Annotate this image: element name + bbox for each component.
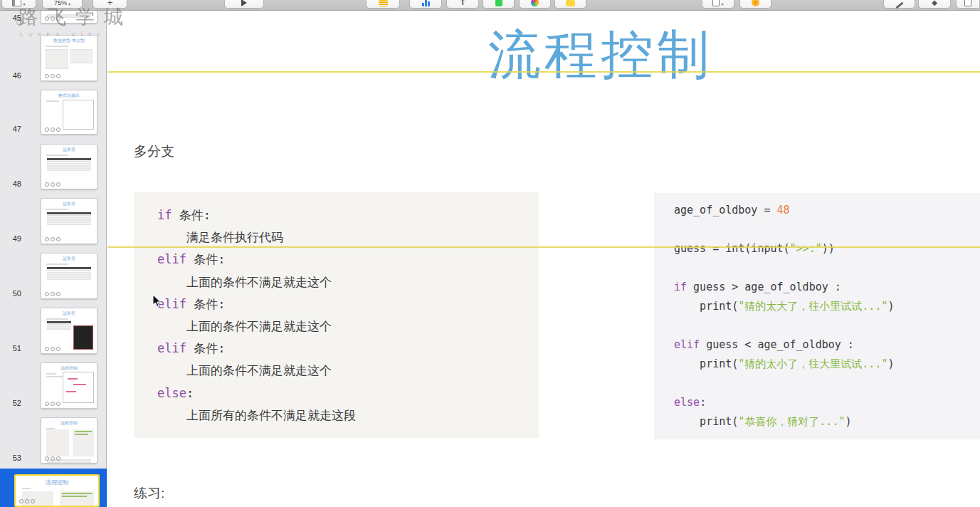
section-heading[interactable]: 多分支 [134, 142, 174, 161]
diamond-icon: ◆ [932, 0, 937, 6]
chart-icon [422, 0, 430, 6]
thumbnail-circles-icon [45, 402, 60, 406]
code-line: print("猜的太小了，往大里试试...") [674, 355, 980, 374]
code-line: else: [674, 393, 980, 412]
code-line: guess = int(input(">>:")) [674, 239, 980, 258]
alignment-guide-middle [107, 246, 980, 248]
code-line: 上面所有的条件不满足就走这段 [157, 404, 539, 427]
mouse-cursor [152, 295, 162, 312]
slide-number: 50 [3, 289, 21, 298]
slide-thumbnail[interactable]: 格式化输出 [41, 90, 98, 135]
zoom-level-label: 75% [54, 0, 67, 6]
table-icon [379, 0, 388, 6]
slide-thumbnail[interactable]: 流程控制 [14, 474, 100, 507]
code-line: else: [157, 382, 539, 404]
code-line [674, 374, 980, 393]
document-button[interactable] [956, 0, 980, 9]
cursor-arrow-icon [152, 295, 162, 309]
plus-icon: + [107, 0, 113, 6]
thumbnail-circles-icon [45, 347, 60, 351]
slide-thumbnail[interactable]: 数据类型-布尔型 [41, 35, 98, 81]
slide-navigator: 4546数据类型-布尔型47格式化输出48运算符49运算符50运算符51运算符5… [0, 10, 107, 507]
thumbnail-circles-icon [45, 16, 60, 21]
document-icon [964, 0, 971, 6]
thumbnail-circles-icon [19, 499, 35, 503]
code-line: 上面的条件不满足就走这个 [157, 315, 539, 338]
thumbnail-title: 流程控制 [16, 479, 98, 486]
chevron-down-icon: ▾ [721, 1, 723, 6]
slide-thumbnail[interactable]: 流程控制 [41, 417, 98, 464]
thumbnail-circles-icon [45, 292, 60, 296]
slide-number: 51 [3, 344, 21, 352]
shape-icon [495, 0, 502, 6]
code-line: if 条件: [157, 204, 539, 226]
chevron-down-icon: ▾ [23, 1, 25, 6]
thumbnail-title: 运算符 [41, 201, 97, 207]
exercise-label[interactable]: 练习: [134, 484, 164, 503]
slide-number: 49 [3, 234, 21, 243]
slide-number: 53 [3, 454, 21, 462]
play-icon [241, 0, 247, 6]
thumbnail-title: 运算符 [41, 256, 97, 262]
zoom-level-button[interactable]: 75%▾ [42, 0, 83, 9]
media-icon [531, 0, 539, 6]
thumbnail-title: 格式化输出 [41, 93, 97, 99]
slide-title[interactable]: 流程控制 [488, 20, 713, 91]
slide-number: 45 [3, 14, 21, 22]
slide-number: 52 [3, 399, 21, 407]
toolbar: ▾ 75%▾ + T ▾ ◆ [0, 0, 980, 11]
thumbnail-title: 运算符 [41, 147, 97, 153]
thumbnail-circles-icon [45, 182, 60, 187]
code-line: elif 条件: [157, 249, 539, 271]
insert-chart-button[interactable] [409, 0, 442, 9]
keynote-window: ▾ 75%▾ + T ▾ ◆ 4546数据类型-布尔型47格式化输出48运算符4… [0, 0, 980, 507]
slide-thumbnail[interactable] [41, 10, 98, 23]
insert-text-button[interactable]: T [446, 0, 479, 9]
code-line [674, 316, 980, 335]
insert-shape-button[interactable] [483, 0, 515, 9]
thumbnail-title: 数据类型-布尔型 [41, 38, 97, 44]
animate-button[interactable]: ◆ [918, 0, 951, 9]
python-code-panel[interactable]: age_of_oldboy = 48 guess = int(input(">>… [654, 193, 980, 439]
comment-icon [566, 0, 575, 6]
view-icon [12, 0, 21, 6]
format-button[interactable] [883, 0, 915, 9]
text-icon: T [460, 0, 465, 6]
slide-thumbnail[interactable]: 运算符 [41, 308, 98, 354]
code-line: 上面的条件不满足就走这个 [157, 271, 539, 293]
thumbnail-title: 流程控制 [41, 365, 97, 372]
code-line: print("猜的太大了，往小里试试...") [674, 297, 980, 316]
thumbnail-title: 流程控制 [41, 420, 97, 427]
thumbnail-title: 运算符 [41, 310, 97, 317]
thumbnail-circles-icon [45, 127, 60, 132]
insert-media-button[interactable] [519, 0, 551, 9]
code-line: age_of_oldboy = 48 [674, 201, 980, 220]
code-line [674, 258, 980, 278]
slide-thumbnail[interactable]: 运算符 [41, 198, 98, 244]
code-line: if guess > age_of_oldboy : [674, 278, 980, 297]
warning-button[interactable] [739, 0, 771, 9]
code-line: elif 条件: [157, 338, 539, 360]
thumbnail-circles-icon [45, 74, 60, 78]
slide-thumbnail[interactable]: 运算符 [41, 253, 98, 299]
code-line [674, 220, 980, 239]
add-slide-button[interactable]: + [93, 0, 127, 9]
thumbnail-circles-icon [45, 237, 60, 241]
code-line: 满足条件执行代码 [157, 226, 539, 249]
warning-icon [752, 0, 759, 6]
chevron-down-icon: ▾ [68, 1, 70, 6]
thumbnail-circles-icon [45, 456, 60, 461]
insert-page-button[interactable]: ▾ [702, 0, 734, 9]
slide-canvas[interactable]: 流程控制 多分支 if 条件: 满足条件执行代码elif 条件: 上面的条件不满… [107, 10, 980, 507]
view-options-button[interactable]: ▾ [1, 0, 36, 9]
slide-number: 46 [3, 71, 21, 80]
slide-thumbnail[interactable]: 流程控制 [41, 362, 98, 409]
play-button[interactable] [224, 0, 264, 9]
comment-button[interactable] [554, 0, 586, 9]
alignment-guide-top [107, 71, 980, 73]
slide-thumbnail[interactable]: 运算符 [41, 144, 98, 189]
slide-number: 47 [3, 125, 21, 133]
pseudocode-panel[interactable]: if 条件: 满足条件执行代码elif 条件: 上面的条件不满足就走这个elif… [134, 192, 539, 438]
insert-table-button[interactable] [366, 0, 400, 9]
code-line: elif 条件: [157, 293, 539, 315]
